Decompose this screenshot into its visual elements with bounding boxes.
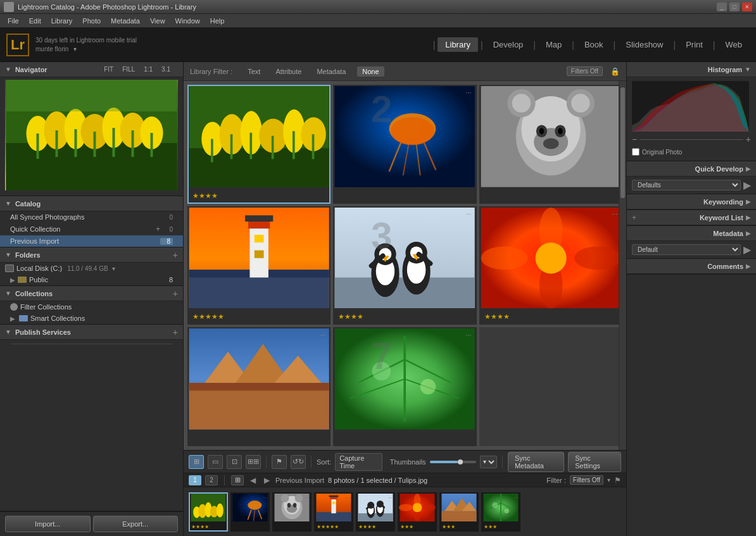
- disk-dropdown-arrow[interactable]: ▾: [112, 265, 115, 272]
- hist-plus-btn[interactable]: +: [746, 134, 751, 144]
- tab-web[interactable]: Web: [718, 37, 750, 52]
- folders-header[interactable]: ▼ Folders +: [0, 247, 183, 263]
- folder-expand-arrow[interactable]: ▶: [10, 277, 15, 284]
- flag-btn[interactable]: ⚑: [272, 455, 287, 469]
- filmstrip-photo-6[interactable]: ★★★ ···: [398, 492, 437, 532]
- compare-view-btn[interactable]: ⊡: [227, 455, 242, 469]
- menu-help[interactable]: Help: [205, 16, 230, 26]
- menu-window[interactable]: Window: [170, 16, 205, 26]
- filmstrip-photo-7[interactable]: ★★★ ···: [439, 492, 479, 532]
- tab-print[interactable]: Print: [678, 37, 710, 52]
- collections-add-btn[interactable]: +: [173, 289, 178, 299]
- loupe-view-btn[interactable]: ▭: [208, 455, 223, 469]
- photo-cell-8[interactable]: ···: [333, 327, 476, 446]
- grid-view-btn[interactable]: ⊞: [189, 455, 204, 469]
- folders-add-btn[interactable]: +: [173, 250, 178, 260]
- photo-cell-7[interactable]: ···: [187, 327, 331, 446]
- comments-header[interactable]: Comments ▶: [627, 259, 756, 274]
- photo-dots-6[interactable]: ···: [612, 210, 617, 218]
- hist-minus-btn[interactable]: −: [632, 134, 637, 144]
- filters-off-btn[interactable]: Filters Off: [567, 66, 603, 76]
- folder-public[interactable]: ▶ Public 8: [0, 274, 183, 285]
- metadata-preset-select[interactable]: Default: [632, 244, 741, 255]
- photo-cell-9[interactable]: [479, 327, 622, 446]
- filmstrip-photo-4[interactable]: ★★★★★ ···: [314, 492, 353, 532]
- thumbnail-slider[interactable]: [430, 461, 476, 463]
- photo-dots-3[interactable]: ···: [612, 89, 617, 96]
- rotate-btn[interactable]: ↺↻: [291, 455, 306, 469]
- tab-library[interactable]: Library: [438, 37, 478, 52]
- filter-attribute[interactable]: Attribute: [272, 66, 305, 77]
- nav-zoom-btn[interactable]: 3.1: [159, 65, 173, 74]
- preset-select[interactable]: Defaults: [632, 180, 741, 190]
- film-dots-7[interactable]: ···: [472, 495, 476, 501]
- thumbnail-size-select[interactable]: ▾: [480, 456, 497, 468]
- filmstrip-select-arrow[interactable]: ▾: [607, 477, 610, 483]
- film-dots-5[interactable]: ···: [388, 495, 393, 501]
- photo-dots-8[interactable]: ···: [465, 331, 471, 339]
- menu-file[interactable]: File: [3, 16, 24, 26]
- filmstrip-photo-3[interactable]: ···: [272, 492, 312, 532]
- film-dots-6[interactable]: ···: [430, 495, 434, 501]
- nav-1to1-btn[interactable]: 1:1: [141, 65, 155, 74]
- sync-settings-btn[interactable]: Sync Settings: [568, 452, 621, 472]
- catalog-all-synced[interactable]: All Synced Photographs 0: [0, 211, 183, 223]
- photo-dots-5[interactable]: ···: [465, 210, 471, 218]
- filmstrip-photo-8[interactable]: ★★★ ···: [481, 492, 520, 532]
- photo-cell-3[interactable]: ···: [479, 85, 622, 204]
- menu-view[interactable]: View: [145, 16, 170, 26]
- keyword-list-add-icon[interactable]: +: [632, 213, 636, 222]
- close-button[interactable]: ✕: [742, 3, 752, 11]
- catalog-quick-collection[interactable]: Quick Collection + 0: [0, 223, 183, 235]
- histogram-header[interactable]: Histogram ▼: [627, 62, 756, 77]
- filmstrip-flag-btn[interactable]: ⚑: [614, 476, 621, 485]
- tab-slideshow[interactable]: Slideshow: [618, 37, 671, 52]
- import-button[interactable]: Import...: [5, 516, 91, 532]
- filmstrip-page-1[interactable]: 1: [189, 475, 201, 485]
- catalog-previous-import[interactable]: Previous Import 8: [0, 235, 183, 247]
- smart-collections-item[interactable]: ▶ Smart Collections: [0, 313, 183, 324]
- minimize-button[interactable]: _: [717, 3, 727, 11]
- filmstrip-photo-2[interactable]: ···: [230, 492, 270, 532]
- menu-library[interactable]: Library: [46, 16, 78, 26]
- menu-metadata[interactable]: Metadata: [106, 16, 145, 26]
- sort-value[interactable]: Capture Time: [335, 453, 382, 471]
- collections-header[interactable]: ▼ Collections +: [0, 286, 183, 301]
- nav-fit-btn[interactable]: FIT: [101, 65, 116, 74]
- keyword-list-header[interactable]: + Keyword List ▶: [627, 210, 756, 225]
- tab-book[interactable]: Book: [577, 37, 611, 52]
- photo-dots-7[interactable]: ···: [320, 331, 325, 339]
- username-arrow[interactable]: ▾: [73, 46, 77, 53]
- quick-develop-header[interactable]: Quick Develop ▶: [627, 161, 756, 177]
- smart-collections-expand[interactable]: ▶: [10, 315, 15, 322]
- filmstrip-photo-5[interactable]: ★★★★ ···: [356, 492, 395, 532]
- filmstrip-page-2[interactable]: 2: [205, 475, 218, 485]
- navigator-header[interactable]: ▼ Navigator FIT FILL 1:1 3.1: [0, 62, 183, 77]
- film-dots-3[interactable]: ···: [305, 495, 309, 501]
- quick-develop-arrow-btn[interactable]: ▶: [743, 179, 751, 191]
- photo-cell-4[interactable]: ★★★★★ ···: [187, 206, 331, 325]
- menu-edit[interactable]: Edit: [24, 16, 46, 26]
- photo-cell-2[interactable]: ···: [333, 85, 476, 204]
- film-dots-4[interactable]: ···: [346, 495, 351, 501]
- photo-dots-4[interactable]: ···: [320, 210, 325, 218]
- filter-collections-item[interactable]: Filter Collections: [0, 301, 183, 313]
- tab-develop[interactable]: Develop: [486, 37, 531, 52]
- filmstrip-next-btn[interactable]: ▶: [261, 476, 272, 485]
- sync-metadata-btn[interactable]: Sync Metadata: [508, 452, 564, 472]
- publish-add-btn[interactable]: +: [173, 327, 178, 337]
- nav-fill-btn[interactable]: FILL: [120, 65, 137, 74]
- keywording-header[interactable]: Keywording ▶: [627, 194, 756, 209]
- scrollbar-thumb[interactable]: [621, 87, 625, 198]
- filter-text[interactable]: Text: [244, 66, 264, 77]
- grid-scrollbar[interactable]: [619, 81, 626, 450]
- photo-dots-2[interactable]: ···: [465, 89, 471, 96]
- survey-view-btn[interactable]: ⊞⊞: [246, 455, 261, 469]
- publish-header[interactable]: ▼ Publish Services +: [0, 325, 183, 340]
- film-dots-8[interactable]: ···: [513, 495, 518, 501]
- photo-cell-6[interactable]: ★★★★ ···: [479, 206, 622, 325]
- filmstrip-photo-1[interactable]: ★★★★: [189, 492, 228, 532]
- tab-map[interactable]: Map: [538, 37, 569, 52]
- disk-item[interactable]: Local Disk (C:) 11.0 / 49.4 GB ▾: [0, 263, 183, 274]
- maximize-button[interactable]: □: [729, 3, 740, 11]
